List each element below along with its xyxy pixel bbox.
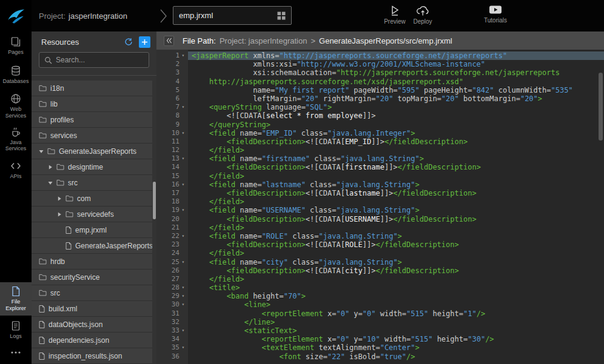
rail-item-apis[interactable]: APIs bbox=[0, 156, 32, 185]
code-line[interactable]: <reportElement x="0" y="0" width="515" h… bbox=[188, 309, 604, 318]
code-line[interactable]: <field name="ROLE" class="java.lang.Stri… bbox=[188, 232, 604, 240]
tree-item-generatejasperreports[interactable]: GenerateJasperReports bbox=[32, 144, 152, 159]
code-line[interactable]: http://jasperreports.sourceforge.net/xsd… bbox=[188, 78, 604, 86]
line-number: 14 bbox=[156, 163, 188, 171]
code-line[interactable]: </queryString> bbox=[188, 121, 604, 129]
code-line[interactable]: <field name="EMP_ID" class="java.lang.In… bbox=[188, 129, 604, 137]
fold-toggle-icon[interactable]: ▾ bbox=[180, 292, 187, 300]
line-number: 32 bbox=[156, 318, 188, 326]
tree-item-generatejasperreports-s[interactable]: GenerateJasperReports.s bbox=[32, 238, 152, 254]
fold-toggle-icon[interactable]: ▾ bbox=[180, 154, 187, 163]
code-line[interactable]: <font size="22" isBold="true"/> bbox=[188, 352, 604, 361]
fold-toggle-icon[interactable]: ▾ bbox=[180, 180, 187, 189]
caret-right-icon[interactable] bbox=[57, 196, 62, 201]
fold-toggle-icon[interactable]: ▾ bbox=[180, 103, 187, 111]
code-line[interactable]: <field name="USERNAME" class="java.lang.… bbox=[188, 206, 604, 214]
tree-item-securityservice[interactable]: securityService bbox=[32, 270, 152, 285]
code-line[interactable]: </line> bbox=[188, 318, 604, 326]
collapse-sidebar-button[interactable] bbox=[164, 36, 174, 46]
rail-item-java-services[interactable]: Java Services bbox=[0, 123, 32, 156]
more-button[interactable] bbox=[0, 345, 32, 364]
code-line[interactable]: <fieldDescription><![CDATA[firstname]]><… bbox=[188, 163, 604, 171]
code-line[interactable]: <field name="city" class="java.lang.Stri… bbox=[188, 258, 604, 266]
code-line[interactable]: <title> bbox=[188, 283, 604, 292]
code-line[interactable]: <reportElement x="0" y="10" width="515" … bbox=[188, 335, 604, 343]
tree-item-emp-jrxml[interactable]: emp.jrxml bbox=[32, 222, 152, 238]
fold-toggle-icon[interactable]: ▾ bbox=[180, 326, 187, 335]
fold-toggle-icon[interactable]: ▾ bbox=[180, 283, 187, 292]
fold-toggle-icon[interactable]: ▾ bbox=[180, 343, 187, 352]
tree-item-dependencies-json[interactable]: dependencies.json bbox=[32, 333, 152, 348]
sidebar-scrollbar[interactable] bbox=[153, 182, 156, 219]
fold-toggle-icon[interactable]: ▾ bbox=[180, 129, 187, 137]
fold-toggle-icon[interactable]: ▾ bbox=[180, 206, 187, 214]
code-line[interactable]: </field> bbox=[188, 197, 604, 206]
refresh-icon[interactable] bbox=[124, 38, 133, 46]
code-line[interactable]: leftMargin="20" rightMargin="20" topMarg… bbox=[188, 94, 604, 103]
code-line[interactable]: <queryString language="SQL"> bbox=[188, 103, 604, 111]
tree-item-src[interactable]: src bbox=[32, 175, 152, 191]
rail-item-label: APIs bbox=[10, 173, 21, 180]
tree-item-services[interactable]: services bbox=[32, 128, 152, 144]
line-number: 11 bbox=[156, 137, 188, 146]
caret-down-icon[interactable] bbox=[39, 149, 44, 154]
tree-item-servicedefs[interactable]: servicedefs bbox=[32, 207, 152, 222]
tree-item-hrdb[interactable]: hrdb bbox=[32, 254, 152, 270]
tree-item-com[interactable]: com bbox=[32, 191, 152, 207]
rail-item-file-explorer[interactable]: File Explorer bbox=[0, 282, 32, 316]
line-number: 23 bbox=[156, 240, 188, 249]
fold-toggle-icon[interactable]: ▾ bbox=[180, 300, 187, 309]
app-logo[interactable] bbox=[0, 0, 32, 31]
tree-item-profiles[interactable]: profiles bbox=[32, 112, 152, 128]
tree-item-src[interactable]: src bbox=[32, 285, 152, 301]
code-line[interactable]: <textElement textAlignment="Center"> bbox=[188, 343, 604, 352]
code-line[interactable]: <fieldDescription><![CDATA[EMP_ID]]></fi… bbox=[188, 137, 604, 146]
code-line[interactable]: <jasperReport xmlns="http://jasperreport… bbox=[188, 51, 604, 60]
add-resource-button[interactable] bbox=[139, 36, 150, 48]
code-line[interactable]: xsi:schemaLocation="http://jasperreports… bbox=[188, 68, 604, 77]
file-icon bbox=[65, 227, 72, 234]
code-line[interactable]: <![CDATA[select * from employee]]> bbox=[188, 111, 604, 120]
rail-item-label: Logs bbox=[10, 333, 22, 340]
tree-item-dataobjects-json[interactable]: dataObjects.json bbox=[32, 317, 152, 333]
tree-item-i18n[interactable]: i18n bbox=[32, 81, 152, 96]
tree-item-build-xml[interactable]: build.xml bbox=[32, 301, 152, 317]
code-line[interactable]: <staticText> bbox=[188, 326, 604, 335]
code-line[interactable]: <fieldDescription><![CDATA[USERNAME]]></… bbox=[188, 215, 604, 223]
code-line[interactable]: <fieldDescription><![CDATA[ROLE]]></fiel… bbox=[188, 240, 604, 249]
code-line[interactable]: <fieldDescription><![CDATA[city]]></fiel… bbox=[188, 266, 604, 275]
code-line[interactable]: <band height="70"> bbox=[188, 292, 604, 300]
caret-down-icon[interactable] bbox=[48, 180, 53, 185]
rail-item-web-services[interactable]: Web Services bbox=[0, 90, 32, 123]
fold-toggle-icon[interactable]: ▾ bbox=[180, 51, 187, 60]
code-line[interactable]: </field> bbox=[188, 223, 604, 232]
code-line[interactable]: <fieldDescription><![CDATA[lastname]]></… bbox=[188, 189, 604, 197]
tree-item-designtime[interactable]: designtime bbox=[32, 159, 152, 175]
code-line[interactable]: <line> bbox=[188, 300, 604, 309]
tutorials-button[interactable]: Tutorials bbox=[478, 4, 512, 24]
rail-item-databases[interactable]: Databases bbox=[0, 61, 32, 90]
code-line[interactable]: </field> bbox=[188, 275, 604, 283]
line-number: 31 bbox=[156, 309, 188, 318]
fold-toggle-icon[interactable]: ▾ bbox=[180, 258, 187, 266]
rail-item-pages[interactable]: Pages bbox=[0, 31, 32, 61]
code-line[interactable]: </field> bbox=[188, 146, 604, 154]
code-line[interactable]: xmlns:xsi="http://www.w3.org/2001/XMLSch… bbox=[188, 60, 604, 68]
tree-item-inspection-results-json[interactable]: inspection_results.json bbox=[32, 348, 152, 364]
caret-right-icon[interactable] bbox=[48, 165, 53, 170]
code-line[interactable]: </field> bbox=[188, 249, 604, 257]
search-input[interactable] bbox=[56, 56, 144, 64]
tree-item-lib[interactable]: lib bbox=[32, 96, 152, 112]
code-line[interactable]: <field name="firstname" class="java.lang… bbox=[188, 154, 604, 163]
rail-item-logs[interactable]: Logs bbox=[0, 316, 32, 345]
editor-scrollbar[interactable] bbox=[599, 73, 603, 141]
deploy-button[interactable]: Deploy bbox=[406, 4, 440, 25]
code-line[interactable]: <field name="lastname" class="java.lang.… bbox=[188, 180, 604, 189]
caret-right-icon[interactable] bbox=[57, 212, 62, 217]
code-line[interactable]: </field> bbox=[188, 172, 604, 180]
code-line[interactable]: name="My first report" pageWidth="595" p… bbox=[188, 86, 604, 94]
file-selector[interactable]: emp.jrxml bbox=[173, 6, 292, 25]
code-editor[interactable]: 1▾234567▾8910▾111213▾141516▾171819▾20212… bbox=[156, 50, 604, 364]
fold-toggle-icon[interactable]: ▾ bbox=[180, 232, 187, 240]
apis-icon bbox=[10, 160, 21, 171]
